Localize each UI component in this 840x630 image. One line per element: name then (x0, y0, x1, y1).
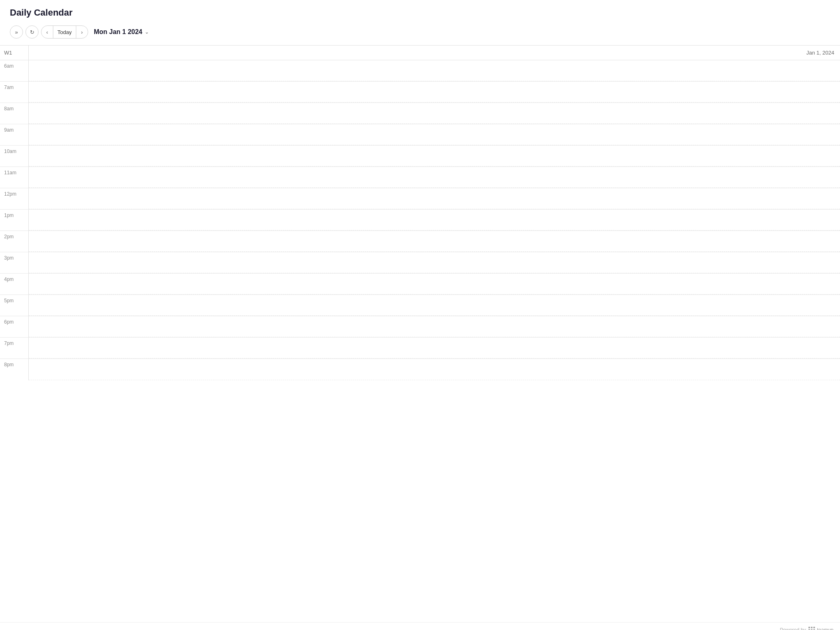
grid-dot (808, 627, 810, 628)
time-row[interactable]: 4pm (0, 274, 840, 295)
time-row[interactable]: 7am (0, 82, 840, 103)
time-row[interactable]: 12pm (0, 188, 840, 210)
footer: Powered by teamup (0, 622, 840, 630)
toolbar: » ↻ ‹ Today › Mon Jan 1 2024 ⌄ (10, 23, 830, 41)
refresh-button[interactable]: ↻ (25, 25, 39, 39)
app-header: Daily Calendar » ↻ ‹ Today › (0, 0, 840, 46)
time-slot-area[interactable] (29, 124, 840, 145)
time-label: 6pm (0, 316, 29, 337)
date-selector[interactable]: Mon Jan 1 2024 ⌄ (91, 27, 152, 37)
time-row[interactable]: 8am (0, 103, 840, 124)
date-selector-label: Mon Jan 1 2024 (94, 28, 142, 36)
calendar-header-row: W1 Jan 1, 2024 (0, 46, 840, 60)
time-label: 5pm (0, 295, 29, 316)
teamup-grid-icon (808, 627, 815, 630)
time-label: 7pm (0, 338, 29, 358)
app-wrapper: Daily Calendar » ↻ ‹ Today › (0, 0, 840, 630)
time-slot-area[interactable] (29, 359, 840, 380)
time-label: 3pm (0, 252, 29, 273)
time-slot-area[interactable] (29, 82, 840, 103)
grid-dot (813, 627, 815, 628)
brand-name: teamup (817, 627, 833, 630)
time-label: 12pm (0, 188, 29, 209)
week-label: W1 (0, 46, 29, 60)
time-row[interactable]: 11am (0, 167, 840, 188)
time-label: 2pm (0, 231, 29, 252)
time-label: 6am (0, 60, 29, 81)
time-label: 8pm (0, 359, 29, 380)
time-label: 10am (0, 146, 29, 167)
time-slot-area[interactable] (29, 210, 840, 231)
time-slot-area[interactable] (29, 316, 840, 337)
grid-dot (811, 627, 813, 628)
chevron-down-icon: ⌄ (145, 29, 149, 35)
powered-by-label: Powered by (780, 627, 806, 630)
time-row[interactable]: 6pm (0, 316, 840, 338)
expand-icon: » (15, 29, 18, 35)
time-label: 1pm (0, 210, 29, 231)
refresh-icon: ↻ (30, 29, 34, 35)
time-slot-area[interactable] (29, 146, 840, 167)
time-grid: 6am7am8am9am10am11am12pm1pm2pm3pm4pm5pm6… (0, 60, 840, 622)
time-row[interactable]: 10am (0, 146, 840, 167)
time-row[interactable]: 6am (0, 60, 840, 82)
time-slot-area[interactable] (29, 103, 840, 124)
time-row[interactable]: 1pm (0, 210, 840, 231)
expand-button[interactable]: » (10, 25, 23, 39)
page-title: Daily Calendar (10, 7, 830, 18)
time-label: 11am (0, 167, 29, 188)
time-row[interactable]: 2pm (0, 231, 840, 252)
teamup-logo: teamup (808, 627, 833, 630)
time-slot-area[interactable] (29, 274, 840, 294)
time-slot-area[interactable] (29, 188, 840, 209)
calendar-container: W1 Jan 1, 2024 6am7am8am9am10am11am12pm1… (0, 46, 840, 622)
time-label: 8am (0, 103, 29, 124)
navigation-group: ‹ Today › (41, 25, 88, 39)
time-slot-area[interactable] (29, 60, 840, 81)
time-slot-area[interactable] (29, 338, 840, 358)
time-row[interactable]: 3pm (0, 252, 840, 274)
time-label: 9am (0, 124, 29, 145)
time-slot-area[interactable] (29, 295, 840, 316)
date-header: Jan 1, 2024 (29, 46, 840, 60)
today-button[interactable]: Today (53, 26, 76, 38)
time-label: 7am (0, 82, 29, 103)
time-slot-area[interactable] (29, 231, 840, 252)
next-button[interactable]: › (76, 26, 88, 38)
time-slot-area[interactable] (29, 167, 840, 188)
time-row[interactable]: 7pm (0, 338, 840, 359)
prev-icon: ‹ (46, 29, 48, 35)
time-label: 4pm (0, 274, 29, 294)
prev-button[interactable]: ‹ (41, 26, 53, 38)
next-icon: › (81, 29, 83, 35)
time-slot-area[interactable] (29, 252, 840, 273)
time-row[interactable]: 9am (0, 124, 840, 146)
time-row[interactable]: 8pm (0, 359, 840, 380)
time-row[interactable]: 5pm (0, 295, 840, 316)
